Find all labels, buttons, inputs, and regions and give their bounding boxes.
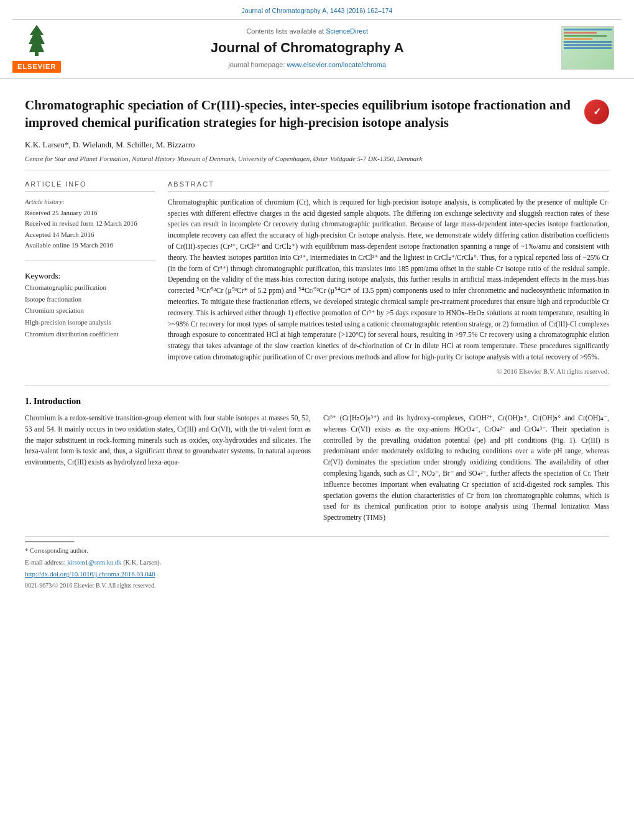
footer-rule — [25, 542, 75, 543]
email-link[interactable]: kirsten1@snm.ku.dk — [67, 559, 121, 566]
revised-date: Received in revised form 12 March 2016 — [25, 218, 155, 229]
journal-header: Journal of Chromatography A, 1443 (2016)… — [0, 0, 634, 79]
intro-col-right: Cr³⁺ (Cr[H₂O]₆³⁺) and its hydroxy-comple… — [323, 413, 609, 524]
keyword-1: Chromatographic purification — [25, 282, 155, 293]
homepage-link[interactable]: www.elsevier.com/locate/chroma — [287, 61, 387, 68]
available-date: Available online 19 March 2016 — [25, 240, 155, 251]
abstract-text: Chromatographic purification of chromium… — [168, 197, 609, 363]
article-title-section: Chromatographic speciation of Cr(III)-sp… — [25, 96, 609, 132]
email-line: E-mail address: kirsten1@snm.ku.dk (K.K.… — [25, 558, 609, 568]
main-divider — [25, 385, 609, 386]
article-info-header: ARTICLE INFO — [25, 180, 155, 192]
doi-link[interactable]: http://dx.doi.org/10.1016/j.chroma.2016.… — [25, 570, 609, 579]
cover-line-1 — [564, 29, 612, 30]
section-title: 1. Introduction — [25, 395, 609, 408]
keyword-4: High-precision isotope analysis — [25, 316, 155, 328]
affiliation: Centre for Star and Planet Formation, Na… — [25, 154, 609, 170]
cover-line-5 — [564, 41, 612, 43]
header-top-bar: ELSEVIER Contents lists available at Sci… — [12, 24, 622, 73]
article-history: Article history: Received 25 January 201… — [25, 197, 155, 251]
elsevier-tree-icon — [14, 24, 60, 60]
elsevier-logo: ELSEVIER — [12, 24, 61, 73]
crossmark-logo: ✓ — [584, 99, 609, 124]
header-center: Contents lists available at ScienceDirec… — [61, 27, 553, 70]
abstract-copyright: © 2016 Elsevier B.V. All rights reserved… — [168, 367, 609, 376]
article-info-column: ARTICLE INFO Article history: Received 2… — [25, 180, 155, 376]
info-divider — [25, 261, 155, 261]
abstract-column: ABSTRACT Chromatographic purification of… — [168, 180, 609, 376]
header-right — [553, 26, 622, 70]
footer-copyright: 0021-9673/© 2016 Elsevier B.V. All right… — [25, 581, 609, 590]
cover-line-7 — [564, 47, 612, 49]
abstract-header: ABSTRACT — [168, 180, 609, 192]
journal-cover-image — [561, 26, 614, 70]
article-content: Chromatographic speciation of Cr(III)-sp… — [0, 79, 634, 602]
keyword-2: Isotope fractionation — [25, 293, 155, 305]
keywords-section: Keywords: Chromatographic purification I… — [25, 270, 155, 340]
sciencedirect-text: Contents lists available at ScienceDirec… — [73, 27, 541, 36]
introduction-columns: Chromium is a redox-sensitive transition… — [25, 413, 609, 524]
introduction-section: 1. Introduction Chromium is a redox-sens… — [25, 395, 609, 524]
svg-rect-2 — [35, 52, 39, 56]
article-info-abstract: ARTICLE INFO Article history: Received 2… — [25, 180, 609, 376]
received-date: Received 25 January 2016 — [25, 208, 155, 219]
cover-decoration — [564, 29, 612, 49]
cover-line-2 — [564, 32, 597, 34]
cover-line-4 — [564, 38, 592, 40]
journal-citation-line: Journal of Chromatography A, 1443 (2016)… — [12, 6, 622, 20]
keyword-3: Chromium speciation — [25, 305, 155, 316]
article-title: Chromatographic speciation of Cr(III)-sp… — [25, 96, 584, 132]
sciencedirect-link[interactable]: ScienceDirect — [326, 27, 368, 35]
intro-text-left: Chromium is a redox-sensitive transition… — [25, 413, 311, 468]
journal-homepage: journal homepage: www.elsevier.com/locat… — [73, 60, 541, 70]
journal-title-header: Journal of Chromatography A — [73, 39, 541, 58]
history-label: Article history: — [25, 197, 155, 208]
keyword-5: Chromium distribution coefficient — [25, 328, 155, 340]
elsevier-brand-label: ELSEVIER — [12, 61, 61, 73]
page-wrapper: Journal of Chromatography A, 1443 (2016)… — [0, 0, 634, 602]
article-footer: * Corresponding author. E-mail address: … — [25, 536, 609, 590]
keywords-label: Keywords: — [25, 270, 155, 282]
intro-col-left: Chromium is a redox-sensitive transition… — [25, 413, 311, 524]
corresponding-author-note: * Corresponding author. — [25, 547, 609, 556]
authors: K.K. Larsen*, D. Wielandt, M. Schiller, … — [25, 139, 609, 150]
cover-line-6 — [564, 44, 612, 46]
accepted-date: Accepted 14 March 2016 — [25, 229, 155, 241]
cover-line-3 — [564, 35, 607, 37]
intro-text-right: Cr³⁺ (Cr[H₂O]₆³⁺) and its hydroxy-comple… — [323, 413, 609, 524]
